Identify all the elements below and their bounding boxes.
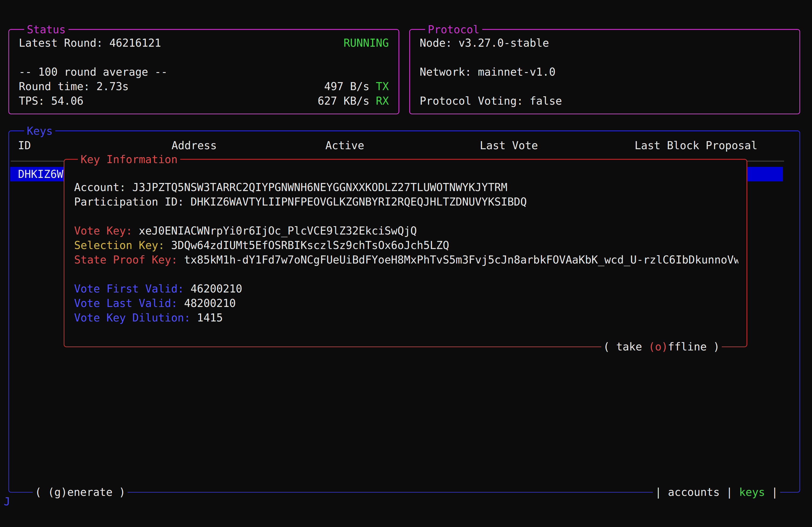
vote-key-dilution-line: Vote Key Dilution: 1415: [74, 311, 738, 325]
selected-key-id: DHKIZ6W: [10, 168, 63, 180]
protocol-row-voting: Protocol Voting: false: [420, 94, 790, 108]
round-time-text: Round time: 2.73s: [19, 79, 129, 94]
participation-id-line: Participation ID: DHKIZ6WAVTYLIIPNFPEOVG…: [74, 195, 738, 209]
selection-key-line: Selection Key: 3DQw64zdIUMt5EfOSRBIKsczl…: [74, 238, 738, 253]
tab-separator-mid: |: [720, 486, 739, 498]
offline-button-hotkey: (o): [649, 341, 668, 353]
vote-first-valid-value: 46200210: [191, 283, 243, 295]
key-information-modal: Key Information Account: J3JPZTQ5NSW3TAR…: [64, 159, 747, 347]
rx-rate-value: 627 KB/s: [318, 95, 369, 107]
network-text: Network: mainnet-v1.0: [420, 65, 555, 79]
column-header-address: Address: [172, 138, 217, 153]
column-header-active: Active: [325, 138, 364, 153]
vote-first-valid-line: Vote First Valid: 46200210: [74, 282, 738, 296]
key-information-title: Key Information: [78, 152, 180, 167]
vote-key-line: Vote Key: xeJ0ENIACWNrpYi0r6IjOc_PlcVCE9…: [74, 224, 738, 238]
terminal-screen: Status Latest Round: 46216121RUNNING -- …: [0, 0, 812, 527]
tx-rate-label: TX: [376, 80, 389, 93]
column-header-id: ID: [18, 138, 31, 153]
status-panel: Status Latest Round: 46216121RUNNING -- …: [8, 29, 399, 114]
account-line: Account: J3JPZTQ5NSW3TARRC2QIYPGNWNH6NEY…: [74, 180, 738, 195]
vote-key-value: xeJ0ENIACWNrpYi0r6IjOc_PlcVCE9lZ32EkciSw…: [139, 225, 417, 237]
rx-rate: 627 KB/s RX: [318, 94, 389, 108]
vote-last-valid-label: Vote Last Valid:: [74, 297, 177, 310]
key-information-body: Account: J3JPZTQ5NSW3TARRC2QIYPGNWNH6NEY…: [64, 160, 746, 325]
vote-key-dilution-label: Vote Key Dilution:: [74, 312, 190, 324]
selection-key-label: Selection Key:: [74, 239, 164, 252]
status-row-average: -- 100 round average --: [19, 65, 389, 79]
modal-blank-line-2: [74, 267, 738, 282]
status-row-blank: [19, 50, 389, 65]
protocol-row-blank-2: [420, 79, 790, 94]
protocol-row-node: Node: v3.27.0-stable: [420, 36, 790, 50]
status-panel-body: Latest Round: 46216121RUNNING -- 100 rou…: [9, 30, 398, 108]
status-row-round-time: Round time: 2.73s497 B/s TX: [19, 79, 389, 94]
vote-first-valid-label: Vote First Valid:: [74, 283, 184, 295]
participation-id-label: Participation ID:: [74, 196, 184, 208]
latest-round-text: Latest Round: 46216121: [19, 36, 161, 50]
vote-last-valid-line: Vote Last Valid: 48200210: [74, 296, 738, 311]
tab-accounts[interactable]: accounts: [668, 486, 720, 498]
keys-panel-title: Keys: [24, 124, 55, 138]
protocol-panel-body: Node: v3.27.0-stable Network: mainnet-v1…: [410, 30, 799, 108]
offline-button-suffix: ffline ): [668, 341, 720, 353]
tab-keys[interactable]: keys: [739, 486, 765, 498]
state-proof-key-value: tx85kM1h-dY1Fd7w7oNCgFUeUiBdFYoeH8MxPhTv…: [184, 254, 738, 266]
take-offline-button[interactable]: ( take (o)ffline ): [601, 340, 722, 354]
node-version-text: Node: v3.27.0-stable: [420, 36, 549, 50]
account-label: Account:: [74, 181, 126, 194]
vote-key-label: Vote Key:: [74, 225, 132, 237]
status-row-tps: TPS: 54.06627 KB/s RX: [19, 94, 389, 108]
protocol-voting-text: Protocol Voting: false: [420, 94, 562, 108]
status-panel-title: Status: [24, 22, 69, 37]
rx-rate-label: RX: [376, 95, 389, 107]
protocol-panel: Protocol Node: v3.27.0-stable Network: m…: [409, 29, 800, 114]
selection-key-value: 3DQw64zdIUMt5EfOSRBIKsczlSz9chTsOx6oJch5…: [171, 239, 449, 252]
vote-key-dilution-value: 1415: [197, 312, 223, 324]
tx-rate-value: 497 B/s: [324, 80, 369, 93]
tab-separator-right: |: [765, 486, 778, 498]
round-average-heading: -- 100 round average --: [19, 65, 168, 79]
status-row-latest-round: Latest Round: 46216121RUNNING: [19, 36, 389, 50]
state-proof-key-line: State Proof Key: tx85kM1h-dY1Fd7w7oNCgFU…: [74, 253, 738, 267]
protocol-row-network: Network: mainnet-v1.0: [420, 65, 790, 79]
footer-tab-bar: | accounts | keys |: [653, 485, 780, 499]
offline-button-prefix: ( take: [603, 341, 649, 353]
column-header-last-vote: Last Vote: [480, 138, 538, 153]
column-header-last-block-proposal: Last Block Proposal: [635, 138, 757, 153]
state-proof-key-label: State Proof Key:: [74, 254, 177, 266]
modal-blank-line-1: [74, 209, 738, 224]
participation-id-value: DHKIZ6WAVTYLIIPNFPEOVGLKZGNBYRI2RQEQJHLT…: [191, 196, 527, 208]
tx-rate: 497 B/s TX: [324, 79, 389, 94]
account-value: J3JPZTQ5NSW3TARRC2QIYPGNWNH6NEYGGNXXKODL…: [132, 181, 508, 194]
tab-separator-left: |: [655, 486, 668, 498]
protocol-row-blank-1: [420, 50, 790, 65]
tps-text: TPS: 54.06: [19, 94, 84, 108]
stray-terminal-char: J: [4, 494, 10, 509]
vote-last-valid-value: 48200210: [184, 297, 236, 310]
generate-key-button[interactable]: ( (g)enerate ): [33, 485, 128, 499]
node-state-badge: RUNNING: [344, 36, 389, 50]
protocol-panel-title: Protocol: [425, 22, 482, 37]
